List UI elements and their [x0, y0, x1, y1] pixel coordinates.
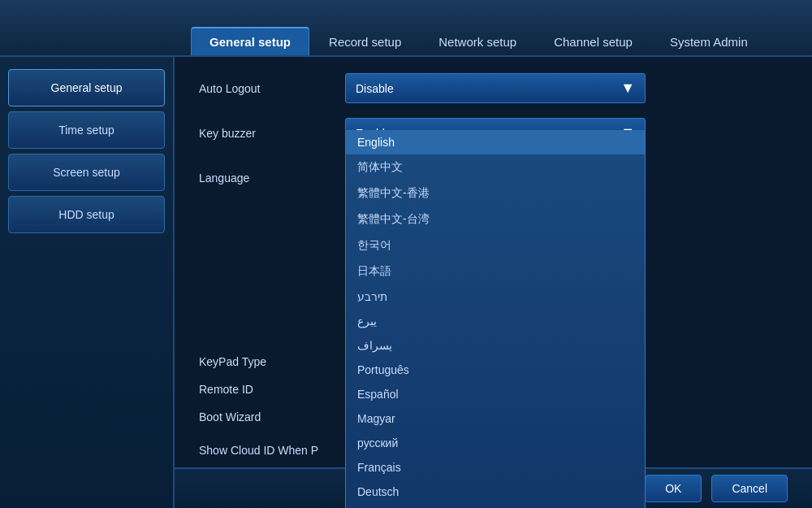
top-navigation: General setup Record setup Network setup… [0, 0, 812, 57]
auto-logout-value: Disable [356, 82, 394, 95]
remote-id-label: Remote ID [199, 383, 345, 396]
language-option-12[interactable]: русский [346, 431, 645, 455]
language-option-10[interactable]: Español [346, 382, 645, 406]
sidebar: General setup Time setup Screen setup HD… [0, 57, 175, 508]
auto-logout-arrow: ▼ [620, 80, 635, 97]
language-option-5[interactable]: 日本語 [346, 258, 645, 284]
language-option-8[interactable]: يسراف [346, 333, 645, 358]
cancel-button[interactable]: Cancel [711, 475, 788, 502]
auto-logout-row: Auto Logout Disable ▼ [199, 73, 788, 103]
tab-sysadmin[interactable]: System Admin [652, 28, 766, 55]
auto-logout-label: Auto Logout [199, 82, 345, 95]
language-option-14[interactable]: Deutsch [346, 480, 645, 504]
sidebar-item-general[interactable]: General setup [8, 69, 165, 106]
sidebar-item-time[interactable]: Time setup [8, 111, 165, 149]
sidebar-item-screen[interactable]: Screen setup [8, 154, 165, 191]
language-option-3[interactable]: 繁體中文-台湾 [346, 206, 645, 232]
tab-network[interactable]: Network setup [421, 28, 534, 55]
keypad-type-label: KeyPad Type [199, 355, 345, 368]
main-layout: General setup Time setup Screen setup HD… [0, 57, 812, 508]
auto-logout-select[interactable]: Disable ▼ [345, 73, 646, 103]
language-option-9[interactable]: Português [346, 358, 645, 382]
language-option-11[interactable]: Magyar [346, 406, 645, 431]
language-option-13[interactable]: Français [346, 455, 645, 480]
language-label: Language [199, 172, 345, 185]
show-cloud-label: Show Cloud ID When P [199, 444, 345, 457]
tab-channel[interactable]: Channel setup [536, 28, 650, 55]
boot-wizard-label: Boot Wizard [199, 410, 345, 423]
language-option-6[interactable]: תירבע [346, 284, 645, 309]
language-option-2[interactable]: 繁體中文-香港 [346, 180, 645, 206]
content-area: Auto Logout Disable ▼ Key buzzer Enable … [175, 57, 812, 508]
tab-general[interactable]: General setup [191, 27, 309, 55]
ok-button[interactable]: OK [645, 475, 702, 502]
language-option-1[interactable]: 简体中文 [346, 154, 645, 180]
sidebar-item-hdd[interactable]: HDD setup [8, 196, 165, 233]
language-option-0[interactable]: English [346, 130, 645, 154]
language-option-4[interactable]: 한국어 [346, 232, 645, 258]
key-buzzer-label: Key buzzer [199, 127, 345, 140]
tab-record[interactable]: Record setup [311, 28, 419, 55]
language-option-7[interactable]: يبرع [346, 309, 645, 333]
language-dropdown: English简体中文繁體中文-香港繁體中文-台湾한국어日本語תירבעيبرع… [345, 130, 646, 508]
language-option-15[interactable]: ไทย [346, 504, 645, 508]
